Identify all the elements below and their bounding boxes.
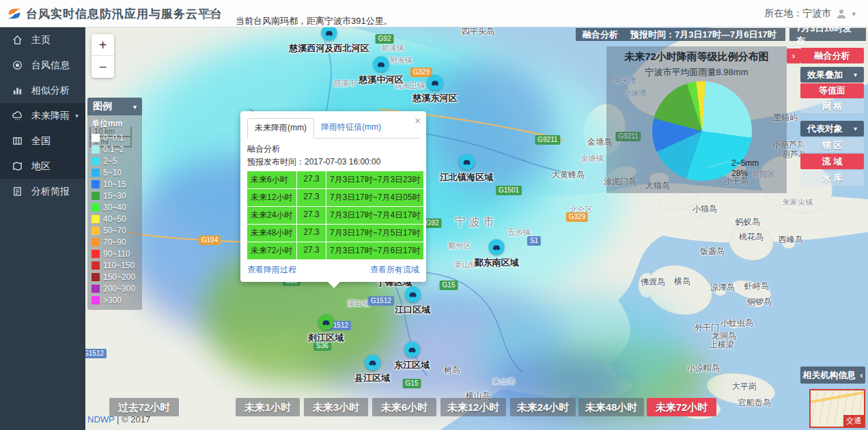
page-title: 台风实时信息防汛应用与服务云平台 [26,6,223,22]
map-label: 西峰岛 [779,234,803,246]
time-button[interactable]: 未来3小时 [304,398,368,416]
basin-marker[interactable]: 鄞东南区域 [475,240,519,269]
legend-label: 70~90 [103,238,126,247]
chevron-down-icon[interactable]: ▾ [852,10,856,18]
popup-issued: 预报发布时间：2017-07-03 16:00:00 [247,156,419,169]
map-label: 小蚊虫岛 [720,317,753,329]
basin-marker[interactable]: 慈溪中河区 [359,57,404,86]
time-button[interactable]: 过去72小时 [109,398,179,416]
sidebar-item-similar[interactable]: 相似分析 [0,78,85,103]
road-badge: G104 [199,235,221,245]
mini-map[interactable]: 交通 [809,389,865,428]
time-button[interactable]: 未来1小时 [236,398,300,416]
pie-panel-collapse-button[interactable]: › [787,48,800,63]
legend-label: 90~110 [103,249,130,259]
time-button[interactable]: 未来24小时 [510,398,576,416]
popup-row-value: 27.3 [297,171,326,188]
issue-time: 7月3日16时发布 [796,27,859,47]
time-button[interactable]: 未来72小时 [647,398,716,416]
legend-label: 50~70 [103,226,126,235]
time-button[interactable]: 未来48小时 [578,398,644,416]
map-label: 凉潭岛 [710,282,735,293]
sidebar-item-home[interactable]: 主页 [0,27,85,53]
basin-marker[interactable]: 江口区域 [395,287,430,316]
map-label: 桃花岛 [739,231,764,243]
map-label: 小凉帽岛 [687,362,720,374]
basin-marker-label: 江北镇海区域 [440,171,493,184]
vehicle-icon [322,27,337,41]
legend-swatch [92,169,100,177]
legend-swatch [92,157,100,165]
map-button-fusion[interactable]: 融合分析 [800,48,864,63]
legend-label: 200~300 [103,284,135,293]
sidebar-item-region[interactable]: 地区 [0,154,85,179]
pie-subtitle: 宁波市平均面雨量8.98mm [606,66,787,78]
menu-icon[interactable] [203,8,215,18]
map-button-overlay[interactable]: 效果叠加▾ [800,67,864,83]
map-canvas[interactable]: 四平头岛新浦镇附海镇慈溪市观海卫镇青天湾小涂湾里锚屿金塘岛金塘镇小葫芦岛葫芦岛大… [85,27,868,430]
popup-row-value: 27.3 [297,189,326,206]
legend-item: 10~15 [92,178,138,190]
typhoon-logo-icon [7,6,22,21]
rain-icon [12,110,23,121]
sidebar-item-report[interactable]: 分析简报 [0,179,85,204]
chevron-down-icon: ▾ [854,121,857,137]
legend-label: 5~10 [103,168,122,177]
sidebar-item-label: 地区 [31,160,51,173]
basin-marker-label: 江口区域 [395,304,430,316]
popup-row-range: 7月3日17时~7月4日17时 [326,207,423,224]
legend-label: 150~200 [103,272,135,282]
basin-marker[interactable]: 慈溪东河区 [413,75,458,104]
map-button-isoline[interactable]: 等值面 [800,83,864,98]
map-label: 象山港 [493,376,516,386]
ndwp-link[interactable]: NDWP [87,414,114,425]
legend-label: 15~30 [103,191,126,201]
legend-item: 0.1~2 [92,143,138,155]
map-label: 朱家尖镇 [783,197,813,207]
map-label: 四平头岛 [462,27,494,38]
vehicle-icon [489,240,505,255]
basin-marker-label: 东江区域 [394,359,430,371]
region-icon [12,160,23,172]
forecast-source: 融合分析 [583,29,618,41]
traffic-tag: 交通 [843,415,864,427]
legend-item: 2~5 [92,155,138,167]
map-label: 蚂蚁岛 [736,216,760,228]
map-button-label: 等值面 [819,85,845,96]
basin-marker[interactable]: 慈溪西河及西北河区 [290,27,369,55]
tab-rain-feature[interactable]: 降雨特征值(mm) [314,118,388,138]
zoom-in-button[interactable]: + [92,34,114,56]
close-icon[interactable]: × [415,115,421,126]
zoom-out-button[interactable]: − [92,56,114,78]
time-button[interactable]: 未来6小时 [372,398,436,416]
application-window: 台风实时信息防汛应用与服务云平台 当前台风南玛都，距离宁波市391公里。 所在地… [0,0,868,430]
legend-swatch [92,145,100,154]
map-button-reservoir[interactable]: 水 库 [800,171,864,186]
popup-pointer [328,282,340,288]
map-button-objects[interactable]: 代表对象▾ [800,121,864,137]
view-rain-process-link[interactable]: 查看降雨过程 [247,264,296,276]
related-org-button[interactable]: 相关机构信息 ‹ [800,367,865,384]
sidebar-item-typhoon[interactable]: 台风信息 [0,53,85,78]
map-label: 宁波市 [455,215,498,229]
legend-item: 0~0.1 [92,132,138,143]
view-all-basins-link[interactable]: 查看所有流域 [370,264,419,276]
user-icon[interactable] [836,8,847,19]
basin-marker-label: 慈溪东河区 [413,92,458,104]
popup-row-value: 27.3 [297,207,326,224]
nation-icon [12,135,23,147]
sidebar-item-rain[interactable]: 未来降雨▾ [0,103,85,128]
basin-marker[interactable]: 江北镇海区域 [440,154,493,184]
tab-future-rain[interactable]: 未来降雨(mm) [247,118,314,139]
legend-header[interactable]: 图例 ▾ [87,98,142,115]
basin-marker[interactable]: 剡江区域 [308,315,344,344]
time-button[interactable]: 未来12小时 [440,398,506,416]
road-badge: G15 [403,379,421,388]
map-button-district[interactable]: 辖 区 [800,138,864,152]
basin-marker[interactable]: 县江区域 [354,355,390,384]
map-button-grid[interactable]: 网 格 [800,99,864,113]
sidebar-item-nation[interactable]: 全国 [0,128,85,154]
basin-marker[interactable]: 东江区域 [394,342,430,371]
legend-title: 图例 [93,100,112,113]
map-button-basin[interactable]: 流 域 [800,154,864,169]
